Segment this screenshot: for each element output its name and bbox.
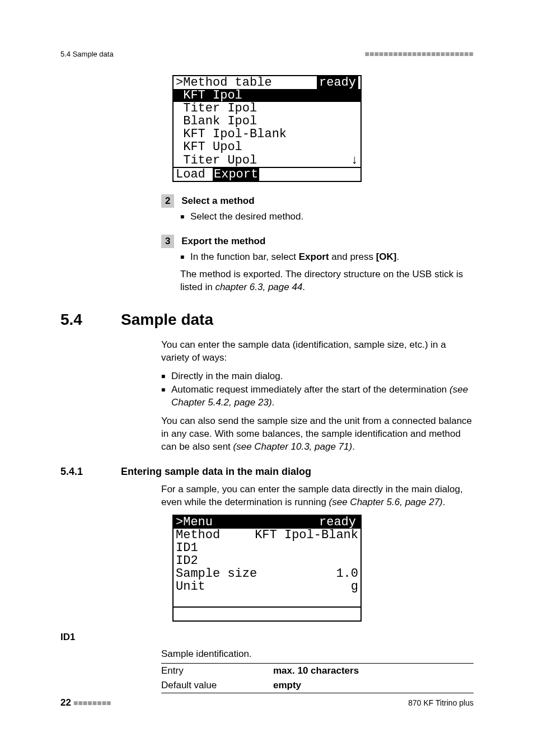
page-number: 22 bbox=[60, 697, 71, 708]
bullet-icon: ■ bbox=[180, 211, 190, 222]
id1-entry-row: Entry max. 10 characters bbox=[161, 664, 474, 678]
step3-paragraph: The method is exported. The directory st… bbox=[180, 268, 474, 294]
page-footer: 22■■■■■■■■ 870 KF Titrino plus bbox=[60, 697, 474, 708]
subsection-title: Entering sample data in the main dialog bbox=[121, 466, 311, 477]
section-title: Sample data bbox=[121, 311, 213, 328]
param-id1-label: ID1 bbox=[60, 632, 474, 643]
step-2: 2 Select a method ■ Select the desired m… bbox=[161, 194, 474, 222]
footer-ornament: ■■■■■■■■ bbox=[73, 698, 111, 707]
step-title: Export the method bbox=[181, 236, 265, 246]
sec-li2: Automatic request immediately after the … bbox=[171, 384, 474, 409]
lcd2-row: ID1 bbox=[174, 542, 360, 554]
lcd1-item: Blank Ipol bbox=[174, 115, 360, 128]
lcd-main-dialog: >Menu ready MethodKFT Ipol-Blank ID1 ID2… bbox=[172, 515, 362, 622]
lcd1-status: ready bbox=[317, 76, 358, 89]
step2-bullet: Select the desired method. bbox=[190, 211, 303, 222]
header-section: 5.4 Sample data bbox=[60, 50, 114, 58]
lcd2-title: >Menu bbox=[176, 516, 213, 529]
product-name: 870 KF Titrino plus bbox=[408, 698, 474, 707]
lcd2-row: Unitg bbox=[174, 580, 360, 593]
header-ornament: ■■■■■■■■■■■■■■■■■■■■■■■ bbox=[365, 49, 474, 58]
lcd-method-table: >Method table ready KFT Ipol Titer Ipol … bbox=[172, 75, 362, 182]
step-number: 3 bbox=[161, 235, 174, 248]
scroll-down-arrow-icon: ↓ bbox=[351, 154, 358, 167]
lcd2-row: Sample size1.0 bbox=[174, 567, 360, 580]
step-title: Select a method bbox=[181, 195, 254, 206]
section-number: 5.4 bbox=[60, 311, 121, 329]
lcd2-row: MethodKFT Ipol-Blank bbox=[174, 529, 360, 542]
id1-description: Sample identification. bbox=[161, 648, 474, 660]
lcd2-status: ready bbox=[319, 516, 358, 529]
running-header: 5.4 Sample data ■■■■■■■■■■■■■■■■■■■■■■■ bbox=[60, 49, 474, 58]
lcd1-item: KFT Ipol-Blank bbox=[174, 128, 360, 141]
sec-li1: Directly in the main dialog. bbox=[171, 370, 283, 383]
section-intro: You can enter the sample data (identific… bbox=[161, 339, 474, 365]
lcd1-selected-item: KFT Ipol bbox=[174, 89, 360, 102]
step3-bullet: In the function bar, select Export and p… bbox=[190, 251, 399, 263]
subsection-heading: 5.4.1Entering sample data in the main di… bbox=[60, 466, 474, 478]
sub-paragraph: For a sample, you can enter the sample d… bbox=[161, 483, 474, 509]
lcd1-item: Titer Ipol bbox=[174, 102, 360, 115]
lcd1-item: KFT Upol bbox=[174, 141, 360, 153]
lcd2-row: ID2 bbox=[174, 554, 360, 567]
lcd1-title: >Method table bbox=[176, 76, 272, 89]
bullet-icon: ■ bbox=[180, 251, 190, 263]
section-heading: 5.4Sample data bbox=[60, 311, 474, 329]
sec-p2: You can also send the sample size and th… bbox=[161, 415, 474, 454]
step-number: 2 bbox=[161, 194, 174, 208]
bullet-icon: ■ bbox=[161, 384, 171, 409]
id1-default-row: Default value empty bbox=[161, 678, 474, 693]
bullet-icon: ■ bbox=[161, 370, 171, 383]
lcd1-export-button: Export bbox=[213, 167, 259, 181]
step-3: 3 Export the method ■ In the function ba… bbox=[161, 235, 474, 294]
lcd1-function-bar: Load Export bbox=[174, 168, 360, 181]
subsection-number: 5.4.1 bbox=[60, 466, 121, 478]
lcd1-item: Titer Upol↓ bbox=[174, 154, 360, 167]
